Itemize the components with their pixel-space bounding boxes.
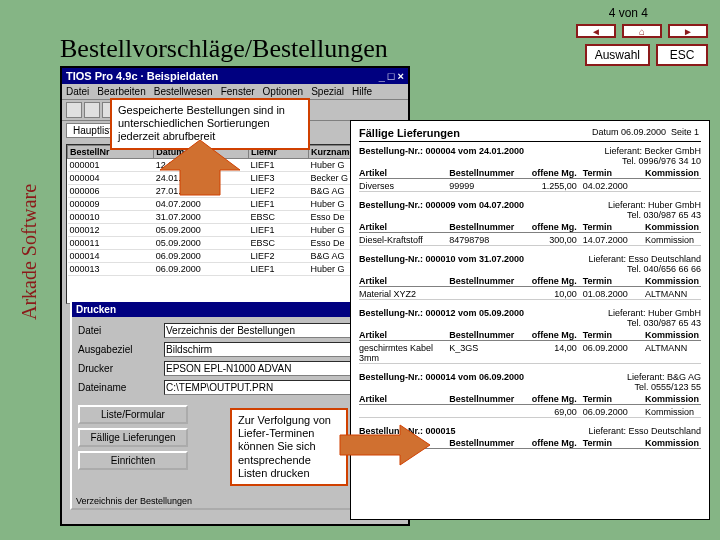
menu-item[interactable]: Fenster	[221, 86, 255, 97]
report-block: Bestellung-Nr.: 000015Lieferant: Esso De…	[359, 426, 701, 449]
next-button[interactable]: ►	[668, 24, 708, 38]
page-title: Bestellvorschläge/Bestellungen	[60, 34, 388, 64]
menu-item[interactable]: Bearbeiten	[97, 86, 145, 97]
callout-saved-orders: Gespeicherte Bestellungen sind in unters…	[110, 98, 310, 150]
home-button[interactable]: ⌂	[622, 24, 662, 38]
print-footer: Verzeichnis der Bestellungen	[76, 496, 192, 506]
esc-button[interactable]: ESC	[656, 44, 708, 66]
menu-item[interactable]: Datei	[66, 86, 89, 97]
file-label: Dateiname	[78, 382, 158, 393]
tool-icon[interactable]	[66, 102, 82, 118]
page-counter: 4 von 4	[609, 6, 648, 20]
out-label: Ausgabeziel	[78, 344, 158, 355]
callout-delivery-lists: Zur Verfolgung von Liefer-Terminen könne…	[230, 408, 348, 486]
report-block: Bestellung-Nr.: 000004 vom 24.01.2000Lie…	[359, 146, 701, 192]
report-block: Bestellung-Nr.: 000014 vom 06.09.2000Lie…	[359, 372, 701, 418]
btn-einrichten[interactable]: Einrichten	[78, 451, 188, 470]
report-block: Bestellung-Nr.: 000010 vom 31.07.2000Lie…	[359, 254, 701, 300]
menu-item[interactable]: Bestellwesen	[154, 86, 213, 97]
menu-item[interactable]: Optionen	[263, 86, 304, 97]
report-page: Seite 1	[671, 127, 699, 137]
report-date: Datum 06.09.2000	[592, 127, 666, 137]
window-controls[interactable]: _ □ ×	[379, 70, 404, 82]
window-titlebar: TIOS Pro 4.9c · Beispieldaten _ □ ×	[62, 68, 408, 84]
menu-item[interactable]: Hilfe	[352, 86, 372, 97]
report-preview: Datum 06.09.2000 Seite 1 Fällige Lieferu…	[350, 120, 710, 520]
menu-item[interactable]: Spezial	[311, 86, 344, 97]
brand-label: Arkade Software	[18, 184, 41, 320]
auswahl-button[interactable]: Auswahl	[585, 44, 650, 66]
btn-liste[interactable]: Liste/Formular	[78, 405, 188, 424]
report-block: Bestellung-Nr.: 000012 vom 05.09.2000Lie…	[359, 308, 701, 364]
window-title: TIOS Pro 4.9c · Beispieldaten	[66, 70, 218, 82]
tool-icon[interactable]	[84, 102, 100, 118]
btn-faellig[interactable]: Fällige Lieferungen	[78, 428, 188, 447]
prev-button[interactable]: ◄	[576, 24, 616, 38]
printer-label: Drucker	[78, 363, 158, 374]
report-block: Bestellung-Nr.: 000009 vom 04.07.2000Lie…	[359, 200, 701, 246]
path-label: Datei	[78, 325, 158, 336]
